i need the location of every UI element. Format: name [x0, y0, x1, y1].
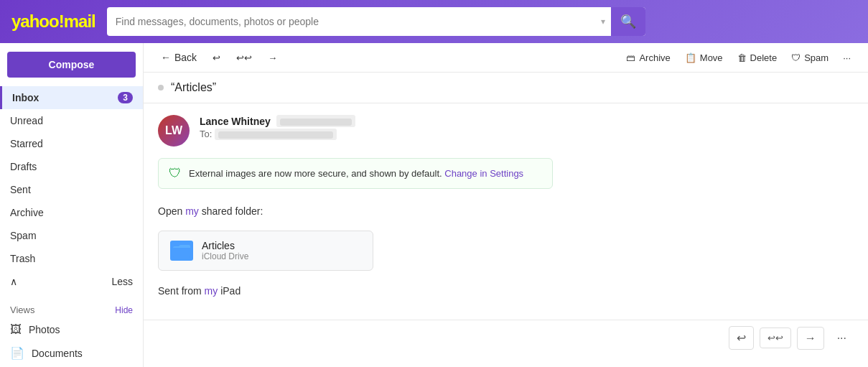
reply-all-button[interactable]: ↩↩: [230, 50, 258, 66]
less-label: Less: [111, 276, 133, 287]
sidebar-item-starred[interactable]: Starred: [0, 132, 143, 155]
email-footer: Sent from my iPad: [158, 285, 854, 297]
archive-button[interactable]: 🗃 Archive: [620, 50, 676, 66]
sidebar-item-sent[interactable]: Sent: [0, 178, 143, 201]
views-label: Views: [10, 305, 34, 315]
security-text: External images are now more secure, and…: [189, 168, 523, 179]
sidebar-item-inbox[interactable]: Inbox 3: [0, 86, 143, 109]
sidebar-spam-label: Spam: [10, 230, 37, 241]
body-highlight: my: [185, 205, 199, 217]
delete-button[interactable]: 🗑 Delete: [732, 50, 783, 66]
documents-icon: 📄: [10, 346, 24, 360]
footer-highlight: my: [205, 285, 218, 297]
avatar: LW: [158, 115, 190, 147]
sender-to: To:: [200, 129, 854, 139]
security-notice: 🛡 External images are now more secure, a…: [158, 158, 553, 189]
inbox-badge: 3: [118, 92, 133, 103]
sidebar-item-drafts[interactable]: Drafts: [0, 155, 143, 178]
views-hide-button[interactable]: Hide: [115, 305, 133, 315]
sidebar-less-toggle[interactable]: ∧ Less: [0, 270, 143, 293]
folder-card[interactable]: Articles iCloud Drive: [158, 231, 373, 271]
arrow-left-icon: ←: [161, 52, 171, 63]
sidebar-item-spam[interactable]: Spam: [0, 224, 143, 247]
spam-label: Spam: [804, 52, 829, 63]
sidebar-item-photos[interactable]: 🖼 Photos: [0, 318, 143, 341]
move-icon: 📋: [685, 52, 696, 63]
sidebar-item-trash[interactable]: Trash: [0, 247, 143, 270]
sender-name: Lance Whitney: [200, 116, 271, 127]
sender-row: LW Lance Whitney To:: [158, 115, 854, 147]
to-address: [215, 129, 337, 140]
bottom-toolbar: ↩ ↩↩ → ···: [144, 320, 868, 356]
sidebar-item-documents[interactable]: 📄 Documents: [0, 341, 143, 365]
security-notice-text: External images are now more secure, and…: [189, 168, 442, 179]
logo-yahoo: yahoo: [11, 11, 59, 31]
logo-exclaim: !: [59, 11, 64, 31]
email-toolbar: ← Back ↩ ↩↩ → 🗃 Archive �: [144, 43, 868, 73]
bottom-reply-button[interactable]: ↩: [729, 326, 754, 350]
move-button[interactable]: 📋 Move: [679, 50, 729, 66]
email-view: “Articles” LW Lance Whitney: [144, 73, 868, 367]
sender-info: Lance Whitney To:: [200, 115, 854, 139]
photos-label: Photos: [29, 324, 60, 335]
change-settings-link[interactable]: Change in Settings: [444, 168, 523, 179]
reply-button[interactable]: ↩: [207, 50, 226, 66]
app-header: yahoo!mail ▾ 🔍: [0, 0, 868, 43]
sidebar-sent-label: Sent: [10, 184, 31, 195]
logo-mail: mail: [64, 11, 95, 31]
sidebar: Compose Inbox 3 Unread Starred Drafts Se…: [0, 43, 144, 367]
sidebar-drafts-label: Drafts: [10, 161, 37, 172]
sidebar-inbox-label: Inbox: [12, 92, 39, 103]
archive-label: Archive: [639, 52, 670, 63]
folder-icon: [170, 241, 193, 261]
move-label: Move: [700, 52, 723, 63]
delete-label: Delete: [750, 52, 778, 63]
unread-dot: [158, 85, 164, 90]
sender-name-row: Lance Whitney: [200, 115, 854, 127]
sidebar-item-unread[interactable]: Unread: [0, 109, 143, 132]
reply-all-icon: ↩↩: [236, 52, 252, 63]
shield-icon: 🛡: [169, 166, 182, 181]
sidebar-item-archive[interactable]: Archive: [0, 201, 143, 224]
sidebar-archive-label: Archive: [10, 207, 44, 218]
sidebar-starred-label: Starred: [10, 138, 43, 149]
reply-icon: ↩: [213, 52, 220, 63]
search-input[interactable]: [107, 16, 595, 27]
toolbar-left: ← Back ↩ ↩↩ →: [155, 49, 615, 66]
sender-email: [276, 115, 355, 127]
email-content-area: ← Back ↩ ↩↩ → 🗃 Archive �: [144, 43, 868, 367]
email-subject-bar: “Articles”: [144, 73, 868, 103]
folder-name: Articles: [202, 240, 248, 251]
main-layout: Compose Inbox 3 Unread Starred Drafts Se…: [0, 43, 868, 367]
search-button[interactable]: 🔍: [611, 7, 645, 36]
svg-rect-0: [173, 246, 190, 258]
logo: yahoo!mail: [11, 11, 95, 32]
back-button[interactable]: ← Back: [155, 49, 202, 66]
more-options-button[interactable]: ···: [837, 50, 857, 66]
spam-icon: 🛡: [791, 52, 801, 63]
archive-icon: 🗃: [626, 52, 635, 63]
sidebar-trash-label: Trash: [10, 253, 35, 264]
trash-icon: 🗑: [737, 52, 747, 63]
toolbar-right: 🗃 Archive 📋 Move 🗑 Delete 🛡 Spam ···: [620, 50, 857, 66]
email-body: LW Lance Whitney To:: [144, 103, 868, 320]
forward-button[interactable]: →: [262, 50, 283, 66]
chevron-down-icon: ▾: [595, 17, 611, 27]
bottom-reply-all-button[interactable]: ↩↩: [760, 327, 791, 348]
folder-info: Articles iCloud Drive: [202, 240, 248, 261]
email-body-text: Open my shared folder:: [158, 203, 854, 219]
search-bar[interactable]: ▾ 🔍: [107, 7, 645, 36]
photos-icon: 🖼: [10, 323, 22, 336]
folder-service: iCloud Drive: [202, 251, 248, 261]
sidebar-unread-label: Unread: [10, 115, 43, 126]
bottom-forward-button[interactable]: →: [797, 327, 824, 350]
documents-label: Documents: [32, 348, 83, 359]
email-subject: “Articles”: [171, 81, 216, 94]
to-label: To:: [200, 129, 212, 139]
compose-button[interactable]: Compose: [7, 52, 136, 78]
bottom-more-button[interactable]: ···: [830, 327, 854, 349]
back-label: Back: [174, 52, 197, 63]
spam-button[interactable]: 🛡 Spam: [785, 50, 834, 66]
sidebar-views-section: Views Hide: [0, 299, 143, 318]
forward-icon: →: [268, 52, 277, 63]
